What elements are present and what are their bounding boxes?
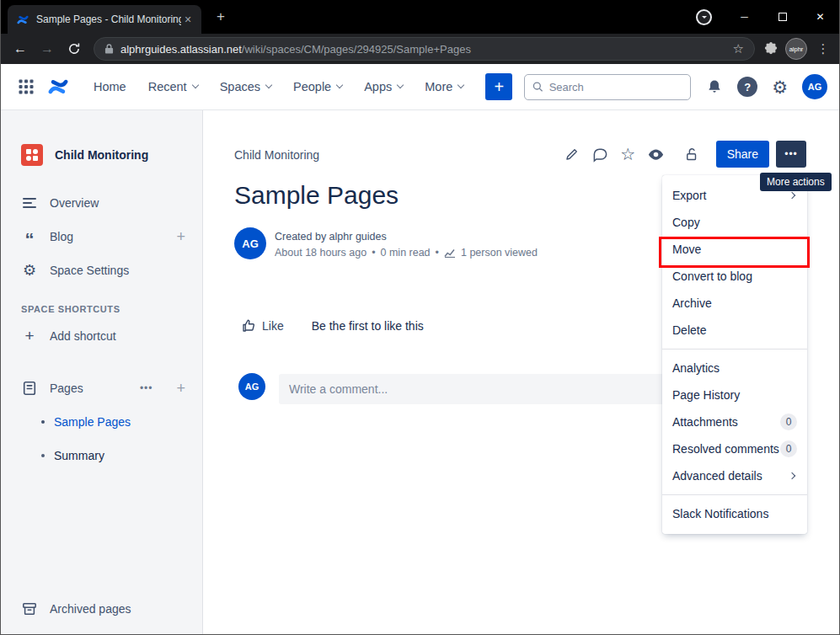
attachments-count-badge: 0 (780, 414, 797, 430)
menu-item-attachments[interactable]: Attachments 0 (662, 408, 807, 435)
comment-button[interactable] (586, 141, 614, 168)
share-button[interactable]: Share (716, 141, 769, 168)
appbar-right-icons: ? ⚙ AG (706, 74, 827, 99)
window-close-button[interactable]: ✕ (801, 0, 839, 34)
menu-item-move[interactable]: Move (662, 236, 807, 263)
restrictions-button[interactable] (678, 141, 706, 168)
help-button[interactable]: ? (737, 77, 757, 97)
browser-toolbar: ← → alphrguides.atlassian.net/wiki/space… (1, 34, 839, 64)
chevron-down-icon (265, 82, 272, 88)
pages-section: Pages ••• + Sample Pages Summary (1, 371, 202, 472)
chevron-right-icon (789, 472, 795, 479)
app-navigation-bar: Home Recent Spaces People Apps More + ? … (1, 64, 839, 110)
sidebar-item-blog[interactable]: “ Blog + (1, 220, 202, 253)
bell-icon (706, 78, 723, 95)
create-button[interactable]: + (485, 73, 512, 100)
back-button[interactable]: ← (8, 36, 33, 61)
pages-more-icon[interactable]: ••• (140, 382, 153, 394)
nav-item-apps[interactable]: Apps (364, 80, 403, 93)
nav-item-more[interactable]: More (425, 80, 463, 93)
nav-item-recent[interactable]: Recent (148, 80, 198, 93)
sidebar-item-pages[interactable]: Pages ••• + (1, 371, 202, 405)
window-minimize-button[interactable]: ─ (725, 0, 763, 34)
add-blog-icon[interactable]: + (176, 228, 185, 246)
like-button[interactable]: Like (241, 318, 284, 334)
space-logo-icon (21, 144, 43, 166)
address-bar[interactable]: alphrguides.atlassian.net/wiki/spaces/CM… (94, 37, 755, 61)
browser-tab[interactable]: Sample Pages - Child Monitoring ✕ (8, 5, 201, 34)
maximize-icon (778, 13, 787, 21)
sidebar-item-space-settings[interactable]: ⚙ Space Settings (1, 253, 202, 287)
author-avatar: AG (234, 227, 266, 259)
extensions-button[interactable] (763, 41, 778, 56)
menu-item-resolved-comments[interactable]: Resolved comments 0 (662, 435, 807, 462)
add-page-icon[interactable]: + (176, 380, 185, 398)
bullet-icon (41, 454, 45, 457)
created-by-text: Created by alphr guides (275, 231, 538, 243)
add-shortcut-button[interactable]: + Add shortcut (1, 319, 202, 353)
page-tree-item-summary[interactable]: Summary (1, 439, 202, 472)
space-name: Child Monitoring (55, 148, 148, 162)
search-input[interactable] (549, 81, 683, 93)
titlebar: Sample Pages - Child Monitoring ✕ + ─ ✕ (1, 0, 839, 34)
like-hint-text: Be the first to like this (312, 319, 424, 333)
space-header[interactable]: Child Monitoring (1, 144, 202, 166)
window-maximize-button[interactable] (763, 0, 801, 34)
confluence-logo-icon (46, 76, 70, 98)
confluence-logo[interactable] (46, 76, 70, 98)
space-shortcuts-header: SPACE SHORTCUTS (1, 304, 202, 314)
browser-menu-button[interactable]: ⋮ (814, 41, 832, 56)
browser-status-icon[interactable] (696, 9, 712, 25)
search-icon (532, 81, 543, 93)
reload-button[interactable] (62, 36, 87, 61)
app-switcher-button[interactable] (18, 78, 35, 95)
nav-item-home[interactable]: Home (94, 80, 126, 93)
settings-button[interactable]: ⚙ (772, 78, 788, 96)
favorite-button[interactable]: ☆ (614, 141, 642, 168)
blog-icon: “ (21, 236, 38, 244)
plus-icon: + (21, 327, 38, 345)
sidebar-item-archived-pages[interactable]: Archived pages (1, 592, 202, 626)
meta-dot: • (372, 247, 375, 259)
breadcrumb[interactable]: Child Monitoring (234, 148, 319, 162)
menu-item-slack-notifications[interactable]: Slack Notifications (662, 500, 807, 527)
menu-item-analytics[interactable]: Analytics (662, 355, 807, 382)
user-avatar[interactable]: AG (802, 74, 827, 99)
commenter-avatar: AG (238, 373, 265, 400)
menu-item-delete[interactable]: Delete (662, 317, 807, 344)
menu-item-archive[interactable]: Archive (662, 290, 807, 317)
reload-icon (67, 42, 81, 56)
page-tree-item-sample-pages[interactable]: Sample Pages (1, 405, 202, 439)
confluence-favicon (16, 13, 29, 26)
grid-icon (18, 78, 35, 95)
chevron-down-icon (397, 82, 404, 88)
url-path: /wiki/spaces/CM/pages/294925/Sample+Page… (242, 43, 471, 56)
chevron-right-icon (789, 192, 795, 199)
chevron-down-icon (457, 82, 464, 88)
sidebar-item-overview[interactable]: Overview (1, 186, 202, 220)
menu-item-page-history[interactable]: Page History (662, 382, 807, 408)
bookmark-star-icon[interactable]: ☆ (733, 41, 744, 56)
new-tab-button[interactable]: + (211, 8, 230, 25)
page-actions: ☆ Share ••• (559, 141, 806, 168)
forward-button[interactable]: → (35, 36, 60, 61)
meta-time: About 18 hours ago (275, 247, 366, 259)
global-search[interactable] (524, 74, 691, 100)
more-actions-tooltip: More actions (760, 173, 832, 191)
menu-item-copy[interactable]: Copy (662, 209, 807, 236)
nav-item-spaces[interactable]: Spaces (220, 80, 271, 93)
menu-item-convert-to-blog[interactable]: Convert to blog (662, 263, 807, 290)
tab-close-icon[interactable]: ✕ (181, 14, 195, 25)
thumbs-up-icon (241, 318, 256, 334)
menu-item-advanced-details[interactable]: Advanced details (662, 462, 807, 489)
nav-item-people[interactable]: People (293, 80, 342, 93)
more-actions-button[interactable]: ••• (776, 141, 806, 168)
byline: AG Created by alphr guides About 18 hour… (234, 227, 538, 259)
edit-button[interactable] (559, 141, 586, 168)
menu-divider (662, 494, 807, 495)
bullet-icon (41, 420, 45, 424)
watch-button[interactable] (642, 141, 670, 168)
notifications-button[interactable] (706, 78, 723, 95)
url-text: alphrguides.atlassian.net/wiki/spaces/CM… (120, 43, 726, 56)
browser-profile-avatar[interactable]: alphr (785, 38, 807, 60)
